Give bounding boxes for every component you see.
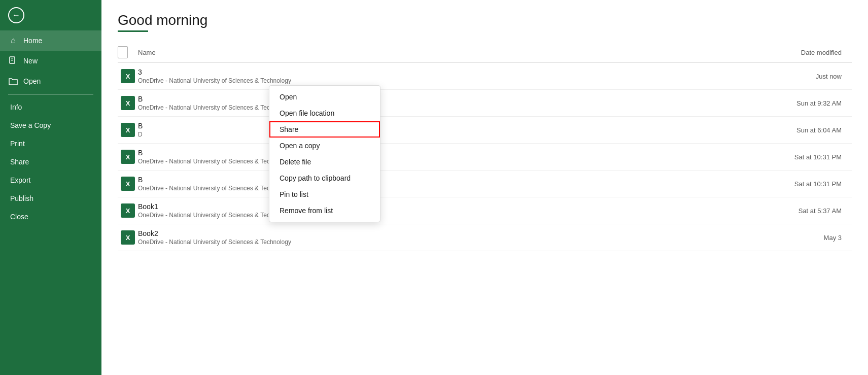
file-name: B bbox=[138, 149, 750, 157]
sidebar-save-copy-label: Save a Copy bbox=[10, 121, 51, 129]
context-menu-open-a-copy[interactable]: Open a copy bbox=[269, 138, 380, 154]
context-menu-copy-path-label: Copy path to clipboard bbox=[280, 174, 351, 182]
file-date: May 3 bbox=[750, 234, 852, 242]
excel-file-icon: X bbox=[121, 96, 135, 110]
file-date: Sat at 10:31 PM bbox=[750, 153, 852, 161]
file-info: B D bbox=[138, 122, 750, 138]
sidebar-item-home[interactable]: ⌂ Home bbox=[0, 30, 101, 51]
open-icon bbox=[8, 76, 18, 86]
file-icon-wrap: X bbox=[118, 123, 138, 137]
file-date: Sun at 9:32 AM bbox=[750, 99, 852, 107]
file-row[interactable]: X B OneDrive - National University of Sc… bbox=[118, 171, 852, 197]
file-icon-wrap: X bbox=[118, 177, 138, 191]
sidebar-item-close[interactable]: Close bbox=[0, 208, 101, 226]
sidebar-item-open[interactable]: Open bbox=[0, 71, 101, 91]
file-name: Book1 bbox=[138, 202, 750, 211]
context-menu-remove-label: Remove from list bbox=[280, 207, 333, 215]
sidebar-info-label: Info bbox=[10, 103, 22, 111]
file-location: OneDrive - National University of Scienc… bbox=[138, 77, 750, 84]
file-location: D bbox=[138, 131, 750, 138]
context-menu-open-copy-label: Open a copy bbox=[280, 142, 320, 150]
excel-file-icon: X bbox=[121, 177, 135, 191]
context-menu-pin-label: Pin to list bbox=[280, 190, 308, 198]
sidebar-publish-label: Publish bbox=[10, 194, 33, 202]
file-date: Sun at 6:04 AM bbox=[750, 126, 852, 134]
file-location: OneDrive - National University of Scienc… bbox=[138, 104, 750, 111]
main-content: Good morning Name Date modified X 3 OneD… bbox=[101, 0, 868, 375]
context-menu-share-label: Share bbox=[280, 125, 298, 133]
sidebar-print-label: Print bbox=[10, 140, 25, 148]
file-row[interactable]: X B D Sun at 6:04 AM bbox=[118, 117, 852, 144]
home-icon: ⌂ bbox=[8, 36, 18, 46]
file-row[interactable]: X Book1 OneDrive - National University o… bbox=[118, 197, 852, 224]
sidebar-item-new[interactable]: New bbox=[0, 51, 101, 71]
sidebar-open-label: Open bbox=[23, 77, 41, 85]
file-info: Book2 OneDrive - National University of … bbox=[138, 229, 750, 246]
file-name: B bbox=[138, 95, 750, 103]
sidebar-item-export[interactable]: Export bbox=[0, 171, 101, 189]
sidebar-item-share[interactable]: Share bbox=[0, 153, 101, 171]
file-name: 3 bbox=[138, 68, 750, 76]
excel-file-icon: X bbox=[121, 150, 135, 164]
file-icon-wrap: X bbox=[118, 96, 138, 110]
file-date: Sat at 5:37 AM bbox=[750, 207, 852, 215]
file-icon-wrap: X bbox=[118, 230, 138, 245]
file-row[interactable]: X B OneDrive - National University of Sc… bbox=[118, 144, 852, 171]
context-menu-open[interactable]: Open bbox=[269, 89, 380, 105]
excel-file-icon: X bbox=[121, 203, 135, 218]
sidebar-item-save-copy[interactable]: Save a Copy bbox=[0, 116, 101, 134]
file-icon-wrap: X bbox=[118, 203, 138, 218]
title-underline bbox=[118, 30, 148, 32]
sidebar-export-label: Export bbox=[10, 176, 30, 184]
file-icon-wrap: X bbox=[118, 69, 138, 83]
sidebar-item-print[interactable]: Print bbox=[0, 134, 101, 153]
file-row[interactable]: X B OneDrive - National University of Sc… bbox=[118, 90, 852, 117]
context-menu-delete-label: Delete file bbox=[280, 158, 311, 166]
excel-file-icon: X bbox=[121, 69, 135, 83]
file-name: B bbox=[138, 122, 750, 130]
file-name: B bbox=[138, 176, 750, 184]
context-menu: Open Open file location Share Open a cop… bbox=[269, 85, 380, 222]
file-location: OneDrive - National University of Scienc… bbox=[138, 212, 750, 219]
file-date: Sat at 10:31 PM bbox=[750, 180, 852, 188]
context-menu-copy-path[interactable]: Copy path to clipboard bbox=[269, 170, 380, 186]
context-menu-share[interactable]: Share bbox=[269, 121, 380, 138]
sidebar-divider bbox=[8, 94, 93, 95]
file-location: OneDrive - National University of Scienc… bbox=[138, 185, 750, 192]
excel-file-icon: X bbox=[121, 123, 135, 137]
context-menu-open-file-location[interactable]: Open file location bbox=[269, 105, 380, 121]
sidebar-close-label: Close bbox=[10, 213, 28, 221]
file-info: B OneDrive - National University of Scie… bbox=[138, 176, 750, 192]
file-list-header: Name Date modified bbox=[118, 42, 852, 63]
excel-file-icon: X bbox=[121, 230, 135, 245]
file-row[interactable]: X Book2 OneDrive - National University o… bbox=[118, 224, 852, 251]
file-date: Just now bbox=[750, 73, 852, 80]
header-name-col: Name bbox=[138, 49, 750, 56]
file-info: B OneDrive - National University of Scie… bbox=[138, 149, 750, 165]
context-menu-open-file-location-label: Open file location bbox=[280, 109, 334, 117]
sidebar-share-label: Share bbox=[10, 158, 29, 166]
file-name: Book2 bbox=[138, 229, 750, 237]
sidebar-item-info[interactable]: Info bbox=[0, 98, 101, 116]
page-title: Good morning bbox=[118, 12, 852, 28]
file-location: OneDrive - National University of Scienc… bbox=[138, 238, 750, 246]
file-row[interactable]: X 3 OneDrive - National University of Sc… bbox=[118, 63, 852, 90]
file-list: Name Date modified X 3 OneDrive - Nation… bbox=[118, 42, 852, 251]
header-icon-col bbox=[118, 46, 138, 58]
file-location: OneDrive - National University of Scienc… bbox=[138, 158, 750, 165]
context-menu-delete-file[interactable]: Delete file bbox=[269, 154, 380, 170]
sidebar-new-label: New bbox=[23, 57, 38, 65]
header-date-col: Date modified bbox=[750, 49, 852, 56]
context-menu-open-label: Open bbox=[280, 93, 297, 101]
context-menu-remove-from-list[interactable]: Remove from list bbox=[269, 202, 380, 219]
file-info: 3 OneDrive - National University of Scie… bbox=[138, 68, 750, 84]
context-menu-pin-to-list[interactable]: Pin to list bbox=[269, 186, 380, 202]
file-header-icon bbox=[118, 46, 128, 58]
file-info: B OneDrive - National University of Scie… bbox=[138, 95, 750, 111]
sidebar-home-label: Home bbox=[23, 37, 42, 45]
sidebar-item-publish[interactable]: Publish bbox=[0, 189, 101, 208]
back-button[interactable]: ← bbox=[0, 0, 101, 30]
back-circle-icon: ← bbox=[8, 7, 24, 23]
file-icon-wrap: X bbox=[118, 150, 138, 164]
sidebar: ← ⌂ Home New Open Info Save a Copy Print… bbox=[0, 0, 101, 375]
